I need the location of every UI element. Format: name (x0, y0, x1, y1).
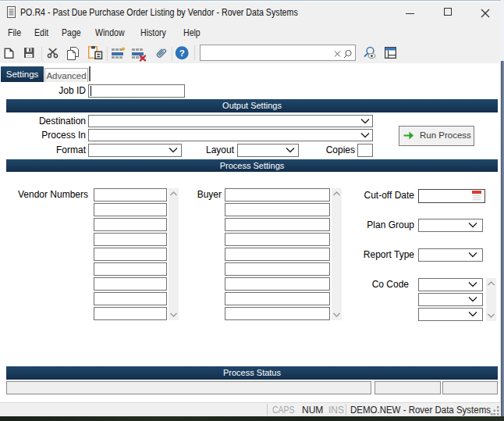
svg-text:?: ? (179, 48, 185, 58)
